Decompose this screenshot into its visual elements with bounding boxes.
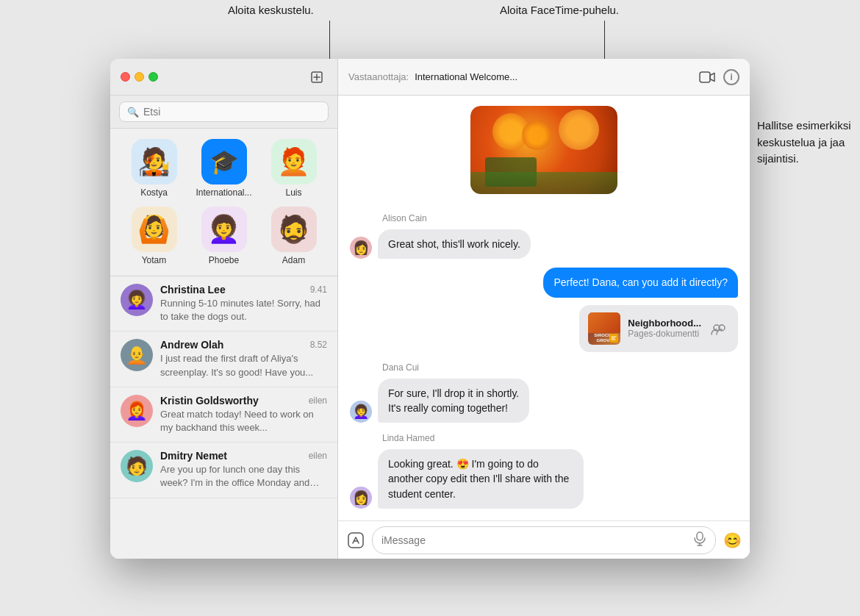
avatar-circle-phoebe: 👩‍🦱 bbox=[201, 207, 247, 252]
message-row-linda: 👩 Looking great. 😍 I'm going to do anoth… bbox=[350, 449, 738, 509]
avatar-grid: 🧑‍🎤 Kostya 🎓 International... 🧑‍🦰 bbox=[110, 129, 337, 276]
avatar-label-yotam: Yotam bbox=[142, 255, 167, 265]
convo-name-kristin: Kristin Goldsworthy bbox=[160, 395, 259, 407]
sender-dana: Dana Cui bbox=[382, 362, 738, 373]
avatar-christina: 👩‍🦱 bbox=[121, 284, 153, 316]
annotation-start-conversation: Aloita keskustelu. bbox=[228, 4, 314, 16]
avatar-item-phoebe[interactable]: 👩‍🦱 Phoebe bbox=[193, 207, 254, 265]
convo-content-andrew: Andrew Olah 8.52 I just read the first d… bbox=[160, 339, 327, 379]
info-button[interactable]: i bbox=[723, 69, 739, 85]
search-wrapper[interactable]: 🔍 bbox=[119, 101, 329, 122]
avatar-emoji-luis: 🧑‍🦰 bbox=[277, 146, 310, 177]
message-row-alison-1: 👩 Great shot, this'll work nicely. bbox=[350, 229, 738, 259]
avatar-emoji-adam: 🧔 bbox=[277, 214, 310, 245]
convo-time-christina: 9.41 bbox=[310, 284, 327, 295]
avatar-dana: 👩‍🦱 bbox=[350, 401, 372, 423]
avatar-emoji-international: 🎓 bbox=[209, 148, 239, 176]
avatar-andrew: 🧑‍🦲 bbox=[121, 339, 153, 371]
facetime-button[interactable] bbox=[697, 69, 717, 85]
convo-preview-dmitry: Are you up for lunch one day this week? … bbox=[160, 463, 327, 490]
convo-preview-christina: Running 5-10 minutes late! Sorry, had to… bbox=[160, 297, 327, 323]
avatar-emoji-dana: 👩‍🦱 bbox=[353, 404, 369, 420]
search-icon: 🔍 bbox=[127, 107, 139, 118]
avatar-label-kostya: Kostya bbox=[140, 187, 168, 198]
info-icon: i bbox=[730, 71, 733, 82]
convo-header-kristin: Kristin Goldsworthy eilen bbox=[160, 395, 327, 407]
traffic-lights bbox=[121, 72, 158, 82]
annotation-manage-chat: Hallitse esimerkiksi keskustelua ja jaa … bbox=[757, 118, 860, 168]
sender-linda: Linda Hamed bbox=[382, 433, 738, 443]
chat-messages: Alison Cain 👩 Great shot, this'll work n… bbox=[338, 96, 750, 520]
recipient-label: Vastaanottaja: bbox=[348, 71, 409, 82]
message-input-wrapper[interactable] bbox=[372, 526, 716, 554]
book-cover-strip bbox=[588, 312, 620, 333]
convo-header-dmitry: Dmitry Nemet eilen bbox=[160, 450, 327, 462]
convo-content-kristin: Kristin Goldsworthy eilen Great match to… bbox=[160, 395, 327, 434]
avatar-emoji-dmitry: 🧑 bbox=[126, 456, 148, 476]
convo-time-dmitry: eilen bbox=[309, 451, 327, 461]
arrow-line-info bbox=[756, 140, 757, 140]
app-store-button[interactable] bbox=[345, 530, 366, 551]
avatar-label-international: International... bbox=[196, 187, 251, 198]
close-button[interactable] bbox=[121, 72, 130, 82]
avatar-emoji-phoebe: 👩‍🦱 bbox=[207, 214, 240, 245]
messages-window: 🔍 🧑‍🎤 Kostya 🎓 Intern bbox=[110, 59, 750, 559]
chat-header: Vastaanottaja: International Welcome... … bbox=[338, 59, 750, 96]
avatar-item-kostya[interactable]: 🧑‍🎤 Kostya bbox=[123, 139, 184, 198]
convo-name-andrew: Andrew Olah bbox=[160, 339, 223, 351]
convo-name-dmitry: Dmitry Nemet bbox=[160, 450, 227, 462]
avatar-linda: 👩 bbox=[350, 487, 372, 509]
convo-time-kristin: eilen bbox=[309, 395, 327, 406]
avatar-item-yotam[interactable]: 🙆 Yotam bbox=[123, 207, 184, 265]
avatar-item-adam[interactable]: 🧔 Adam bbox=[263, 207, 324, 265]
svg-rect-1 bbox=[700, 72, 710, 82]
avatar-emoji-christina: 👩‍🦱 bbox=[126, 290, 148, 310]
avatar-emoji-alison-1: 👩 bbox=[353, 240, 369, 256]
avatar-emoji-linda: 👩 bbox=[353, 490, 369, 506]
message-row-self-1: Perfect! Dana, can you add it directly? bbox=[350, 268, 738, 297]
convo-header-andrew: Andrew Olah 8.52 bbox=[160, 339, 327, 351]
document-message: SIROCCOGROVE Neighborhood... Pages-dokum… bbox=[350, 305, 738, 352]
message-input[interactable] bbox=[381, 534, 687, 546]
photo-image bbox=[470, 106, 617, 194]
app-window-wrapper: Aloita keskustelu. Aloita FaceTime-puhel… bbox=[110, 44, 750, 559]
bubble-linda: Looking great. 😍 I'm going to do another… bbox=[378, 449, 584, 509]
chat-panel: Vastaanottaja: International Welcome... … bbox=[338, 59, 750, 559]
arrow-line-compose bbox=[329, 21, 330, 61]
input-bar: 😊 bbox=[338, 520, 750, 559]
avatar-circle-adam: 🧔 bbox=[271, 207, 317, 252]
message-row-dana: 👩‍🦱 For sure, I'll drop it in shortly. I… bbox=[350, 379, 738, 423]
avatar-label-luis: Luis bbox=[285, 187, 301, 198]
convo-preview-kristin: Great match today! Need to work on my ba… bbox=[160, 408, 327, 434]
doc-icon: SIROCCOGROVE bbox=[588, 312, 620, 345]
search-bar: 🔍 bbox=[110, 96, 337, 129]
convo-header-christina: Christina Lee 9.41 bbox=[160, 284, 327, 296]
avatar-item-luis[interactable]: 🧑‍🦰 Luis bbox=[263, 139, 324, 198]
maximize-button[interactable] bbox=[148, 72, 158, 82]
compose-button[interactable] bbox=[307, 67, 327, 87]
conversation-item-dmitry[interactable]: 🧑 Dmitry Nemet eilen Are you up for lunc… bbox=[110, 443, 337, 498]
convo-time-andrew: 8.52 bbox=[310, 340, 327, 350]
conversation-item-christina[interactable]: 👩‍🦱 Christina Lee 9.41 Running 5-10 minu… bbox=[110, 276, 337, 332]
doc-type: Pages-dokumentti bbox=[628, 329, 701, 339]
emoji-button[interactable]: 😊 bbox=[722, 530, 742, 551]
conversation-item-andrew[interactable]: 🧑‍🦲 Andrew Olah 8.52 I just read the fir… bbox=[110, 332, 337, 387]
search-input[interactable] bbox=[143, 106, 320, 118]
conversation-item-kristin[interactable]: 👩‍🦰 Kristin Goldsworthy eilen Great matc… bbox=[110, 387, 337, 443]
avatar-label-adam: Adam bbox=[282, 255, 305, 265]
arrow-line-facetime bbox=[604, 21, 605, 65]
avatar-label-phoebe: Phoebe bbox=[209, 255, 239, 265]
avatar-emoji-kostya: 🧑‍🎤 bbox=[137, 146, 171, 177]
titlebar bbox=[110, 59, 337, 96]
avatar-emoji-andrew: 🧑‍🦲 bbox=[126, 345, 148, 365]
avatar-item-international[interactable]: 🎓 International... bbox=[193, 139, 254, 198]
svg-rect-6 bbox=[697, 532, 703, 540]
avatar-circle-luis: 🧑‍🦰 bbox=[271, 139, 317, 185]
recipient-name[interactable]: International Welcome... bbox=[415, 71, 691, 82]
minimize-button[interactable] bbox=[135, 72, 144, 82]
sender-alison-1: Alison Cain bbox=[382, 213, 738, 223]
annotation-start-facetime: Aloita FaceTime-puhelu. bbox=[500, 4, 619, 16]
photo-message bbox=[350, 106, 738, 198]
doc-attachment[interactable]: SIROCCOGROVE Neighborhood... Pages-dokum… bbox=[579, 305, 738, 352]
avatar-emoji-yotam: 🙆 bbox=[137, 214, 171, 245]
